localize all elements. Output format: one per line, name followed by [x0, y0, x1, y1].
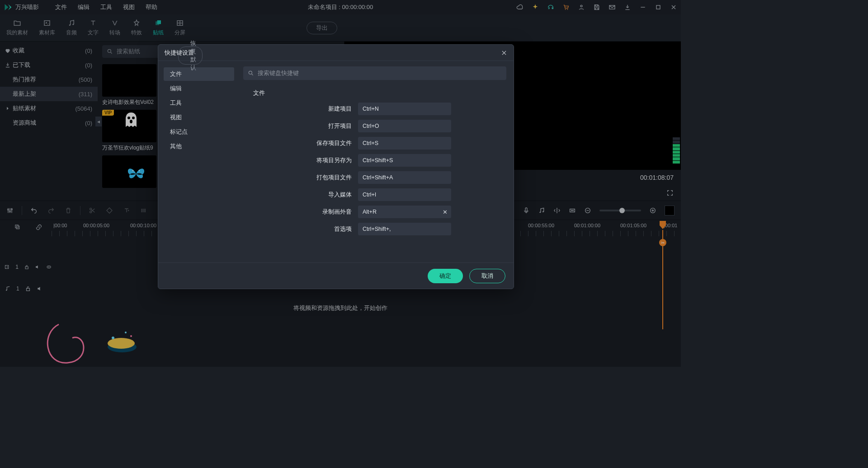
shortcut-field[interactable]: Ctrl+I	[358, 188, 451, 201]
shortcut-row-2: 保存项目文件Ctrl+S	[243, 137, 506, 150]
search-icon	[248, 70, 254, 76]
shortcut-row-0: 新建项目Ctrl+N	[243, 103, 506, 115]
shortcut-settings-dialog: 快捷键设置 文件编辑工具视图标记点其他 搜索键盘快捷键 文件 新建项目Ctrl+…	[158, 44, 514, 289]
shortcut-cat-4[interactable]: 标记点	[164, 125, 234, 139]
shortcut-search[interactable]: 搜索键盘快捷键	[243, 66, 506, 80]
shortcut-label: 新建项目	[243, 105, 352, 113]
shortcut-field[interactable]: Ctrl+Shift+,	[358, 223, 451, 235]
shortcut-cat-3[interactable]: 视图	[164, 111, 234, 124]
shortcut-row-6: 录制画外音Alt+R✕	[243, 206, 506, 218]
cancel-button[interactable]: 取消	[469, 269, 505, 283]
shortcut-field[interactable]: Alt+R✕	[358, 206, 451, 218]
ok-button[interactable]: 确定	[428, 269, 463, 283]
shortcut-categories: 文件编辑工具视图标记点其他	[158, 61, 240, 262]
shortcut-row-7: 首选项Ctrl+Shift+,	[243, 223, 506, 235]
shortcut-row-5: 导入媒体Ctrl+I	[243, 188, 506, 201]
shortcut-field[interactable]: Ctrl+S	[358, 137, 451, 150]
shortcut-cat-5[interactable]: 其他	[164, 140, 234, 153]
shortcut-label: 保存项目文件	[243, 139, 352, 147]
shortcut-cat-1[interactable]: 编辑	[164, 82, 234, 95]
shortcut-row-1: 打开项目Ctrl+O	[243, 120, 506, 132]
shortcut-cat-0[interactable]: 文件	[164, 67, 234, 81]
shortcut-section-title: 文件	[253, 89, 506, 97]
shortcut-field[interactable]: Ctrl+N	[358, 103, 451, 115]
restore-defaults-button[interactable]: 恢复默认	[178, 47, 203, 65]
shortcut-label: 首选项	[243, 225, 352, 233]
shortcut-label: 导入媒体	[243, 191, 352, 199]
shortcut-row-4: 打包项目文件Ctrl+Shift+A	[243, 171, 506, 184]
shortcut-field[interactable]: Ctrl+Shift+A	[358, 171, 451, 184]
shortcut-label: 录制画外音	[243, 208, 352, 216]
shortcut-label: 将项目另存为	[243, 156, 352, 164]
shortcut-field[interactable]: Ctrl+O	[358, 120, 451, 132]
shortcut-field[interactable]: Ctrl+Shift+S	[358, 154, 451, 167]
shortcut-label: 打开项目	[243, 122, 352, 130]
svg-point-56	[249, 71, 252, 74]
clear-icon[interactable]: ✕	[443, 209, 448, 215]
close-icon[interactable]	[501, 50, 507, 56]
shortcut-cat-2[interactable]: 工具	[164, 96, 234, 110]
shortcut-search-placeholder: 搜索键盘快捷键	[258, 69, 299, 77]
shortcut-row-3: 将项目另存为Ctrl+Shift+S	[243, 154, 506, 167]
shortcut-label: 打包项目文件	[243, 173, 352, 182]
